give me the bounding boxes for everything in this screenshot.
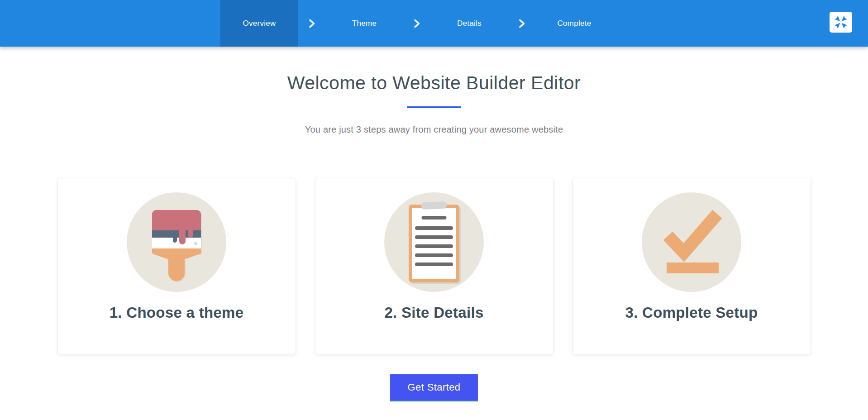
page-subtitle: You are just 3 steps away from creating … bbox=[0, 124, 868, 135]
page-title: Welcome to Website Builder Editor bbox=[0, 72, 868, 94]
chevron-right-icon bbox=[403, 0, 430, 47]
card-choose-theme[interactable]: 1. Choose a theme bbox=[57, 178, 296, 354]
wizard-steps-nav: Overview Theme Details Complete bbox=[220, 0, 613, 47]
get-started-button[interactable]: Get Started bbox=[390, 374, 478, 401]
paintbrush-icon bbox=[127, 192, 226, 292]
title-accent-divider bbox=[407, 106, 461, 108]
card-title: 1. Choose a theme bbox=[58, 304, 296, 321]
step-tab-theme[interactable]: Theme bbox=[325, 0, 403, 47]
card-title: 2. Site Details bbox=[315, 304, 553, 321]
chevron-right-icon bbox=[508, 0, 535, 47]
exit-fullscreen-icon bbox=[832, 14, 849, 30]
card-complete-setup[interactable]: 3. Complete Setup bbox=[572, 178, 811, 354]
wizard-stepper-bar: Overview Theme Details Complete bbox=[0, 0, 868, 47]
checkmark-icon bbox=[642, 192, 741, 292]
welcome-screen: Welcome to Website Builder Editor You ar… bbox=[0, 72, 868, 401]
clipboard-icon bbox=[384, 192, 484, 292]
step-tab-details[interactable]: Details bbox=[430, 0, 508, 47]
step-tab-overview[interactable]: Overview bbox=[220, 0, 298, 47]
step-tab-complete[interactable]: Complete bbox=[535, 0, 613, 47]
exit-fullscreen-button[interactable] bbox=[830, 12, 852, 33]
card-title: 3. Complete Setup bbox=[573, 304, 811, 321]
chevron-right-icon bbox=[298, 0, 325, 47]
card-site-details[interactable]: 2. Site Details bbox=[315, 178, 553, 354]
steps-cards: 1. Choose a theme 2. Site Details bbox=[0, 178, 868, 354]
